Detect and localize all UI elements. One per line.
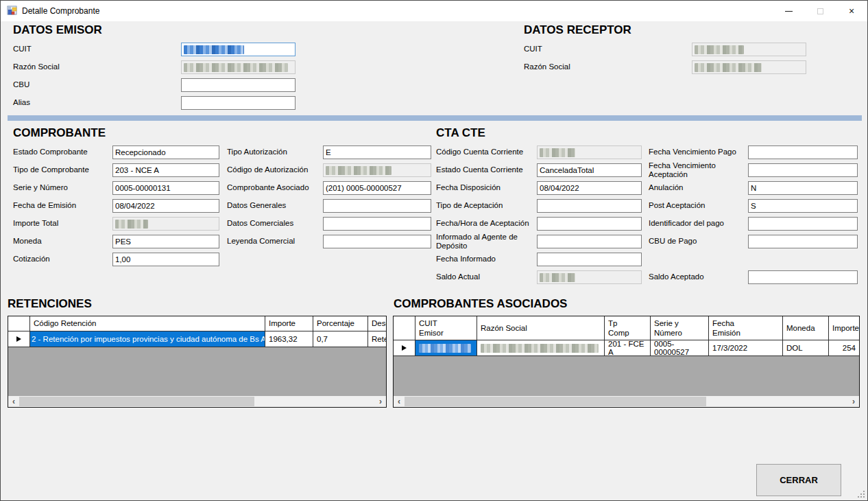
- tipo-de-comprobante-label: Tipo de Comprobante: [13, 165, 112, 174]
- tp-comp-column-header[interactable]: Tp Comp: [605, 316, 651, 340]
- estado-cuenta-corriente-field[interactable]: CanceladaTotal: [537, 163, 642, 177]
- row-selector-header[interactable]: [394, 316, 415, 340]
- porcentaje-column-header[interactable]: Porcentaje: [313, 316, 368, 331]
- comprobante-asociado-field[interactable]: (201) 0005-00000527: [323, 181, 431, 195]
- scrollbar-track[interactable]: [19, 396, 375, 407]
- field-row: Cotización 1,00: [13, 250, 222, 268]
- minimize-icon: [785, 11, 793, 12]
- comprobante-col1: Estado Comprobante Recepcionado Tipo de …: [13, 143, 222, 268]
- field-row: Anulación N: [649, 179, 860, 197]
- cta-cte-heading: CTA CTE: [436, 126, 485, 140]
- cbu-de-pago-field[interactable]: [748, 235, 858, 248]
- anulacion-label: Anulación: [649, 183, 748, 192]
- razon-social-emisor-field[interactable]: [181, 60, 296, 74]
- tipo-de-comprobante-field[interactable]: 203 - NCE A: [112, 163, 219, 177]
- scroll-left-icon[interactable]: ‹: [394, 396, 405, 407]
- codigo-cuenta-corriente-label: Código Cuenta Corriente: [436, 148, 537, 156]
- serie-y-numero-column-header[interactable]: Serie y Número: [651, 316, 709, 340]
- codigo-retencion-cell[interactable]: 2 - Retención por impuestos provincias y…: [30, 331, 265, 347]
- codigo-de-autorizacion-field[interactable]: [323, 163, 431, 177]
- informado-al-agente-field[interactable]: [537, 235, 642, 248]
- saldo-actual-field[interactable]: [537, 270, 642, 284]
- tipo-de-aceptacion-field[interactable]: [537, 199, 642, 213]
- cerrar-button[interactable]: CERRAR: [756, 464, 841, 496]
- asociados-hscrollbar[interactable]: ‹ ›: [394, 396, 859, 407]
- estado-comprobante-label: Estado Comprobante: [13, 148, 112, 156]
- cuit-emisor-cell[interactable]: [415, 340, 477, 356]
- fecha-emision-column-header[interactable]: Fecha Emisión: [709, 316, 783, 340]
- razon-social-receptor-field[interactable]: [692, 60, 806, 74]
- datos-emisor-heading: DATOS EMISOR: [13, 23, 102, 37]
- importe-column-header[interactable]: Importe: [829, 316, 859, 340]
- identificador-del-pago-field[interactable]: [748, 217, 858, 231]
- cotizacion-field[interactable]: 1,00: [112, 253, 219, 266]
- cuit-emisor-label: CUIT: [13, 45, 181, 54]
- importe-column-header[interactable]: Importe: [265, 316, 313, 331]
- field-row: Datos Comerciales: [227, 215, 433, 233]
- window-title: Detalle Comprobante: [22, 6, 99, 16]
- fecha-de-emision-field[interactable]: 08/04/2022: [112, 199, 219, 213]
- cuit-emisor-field[interactable]: [181, 43, 296, 56]
- serie-y-numero-field[interactable]: 0005-00000131: [112, 181, 219, 195]
- estado-comprobante-field[interactable]: Recepcionado: [112, 145, 219, 159]
- close-button[interactable]: ×: [836, 1, 867, 21]
- serie-y-numero-cell[interactable]: 0005-00000527: [651, 340, 709, 356]
- leyenda-comercial-field[interactable]: [323, 235, 431, 248]
- cuit-emisor-column-header[interactable]: CUIT Emisor: [415, 316, 477, 340]
- row-selector-header[interactable]: [8, 316, 30, 331]
- post-aceptacion-field[interactable]: S: [748, 199, 858, 213]
- importe-total-label: Importe Total: [13, 219, 112, 228]
- fecha-vencimiento-aceptacion-field[interactable]: [748, 163, 858, 177]
- alias-field[interactable]: [181, 96, 296, 110]
- row-selector-cell[interactable]: [394, 340, 415, 356]
- tipo-autorizacion-field[interactable]: E: [323, 145, 431, 159]
- retenciones-data-row[interactable]: 2 - Retención por impuestos provincias y…: [8, 331, 386, 347]
- datos-receptor-heading: DATOS RECEPTOR: [524, 23, 631, 37]
- importe-total-field[interactable]: [112, 217, 219, 231]
- scrollbar-thumb[interactable]: [19, 397, 254, 406]
- codigo-retencion-column-header[interactable]: Código Retención: [30, 316, 265, 331]
- cuit-receptor-label: CUIT: [524, 45, 692, 54]
- datos-comerciales-field[interactable]: [323, 217, 431, 231]
- cuit-receptor-field[interactable]: [692, 43, 806, 56]
- fecha-disposicion-label: Fecha Disposición: [436, 183, 537, 192]
- field-row: Post Aceptación S: [649, 197, 860, 215]
- fecha-vencimiento-pago-field[interactable]: [748, 145, 858, 159]
- maximize-button[interactable]: [804, 1, 836, 21]
- moneda-cell[interactable]: DOL: [783, 340, 829, 356]
- cbu-field[interactable]: [181, 78, 296, 92]
- scrollbar-thumb[interactable]: [405, 397, 706, 406]
- moneda-field[interactable]: PES: [112, 235, 219, 248]
- window-controls: ×: [773, 1, 867, 21]
- anulacion-field[interactable]: N: [748, 181, 858, 195]
- scroll-right-icon[interactable]: ›: [848, 396, 859, 407]
- fecha-informado-field[interactable]: [537, 253, 642, 266]
- retenciones-hscrollbar[interactable]: ‹ ›: [8, 396, 386, 407]
- importe-cell[interactable]: 1963,32: [265, 331, 313, 347]
- datos-generales-field[interactable]: [323, 199, 431, 213]
- fecha-emision-cell[interactable]: 17/3/2022: [709, 340, 783, 356]
- moneda-column-header[interactable]: Moneda: [783, 316, 829, 340]
- codigo-cuenta-corriente-field[interactable]: [537, 145, 642, 159]
- tp-comp-cell[interactable]: 201 - FCE A: [605, 340, 651, 356]
- minimize-button[interactable]: [773, 1, 804, 21]
- importe-cell[interactable]: 254: [829, 340, 859, 356]
- saldo-aceptado-field[interactable]: [748, 270, 858, 284]
- fecha-hora-de-aceptacion-field[interactable]: [537, 217, 642, 231]
- asociados-data-row[interactable]: 201 - FCE A 0005-00000527 17/3/2022 DOL …: [394, 340, 859, 356]
- descripcion-column-header[interactable]: Descripción: [368, 316, 386, 331]
- retenciones-header-row: Código Retención Importe Porcentaje Desc…: [8, 316, 386, 331]
- field-row: Fecha Vencimiento Pago: [649, 143, 860, 161]
- razon-social-cell[interactable]: [477, 340, 605, 356]
- row-selector-cell[interactable]: [8, 331, 30, 347]
- razon-social-column-header[interactable]: Razón Social: [477, 316, 605, 340]
- asociados-header-row: CUIT Emisor Razón Social Tp Comp Serie y…: [394, 316, 859, 340]
- scroll-right-icon[interactable]: ›: [375, 396, 386, 407]
- porcentaje-cell[interactable]: 0,7: [313, 331, 368, 347]
- cotizacion-label: Cotización: [13, 255, 112, 264]
- descripcion-cell[interactable]: Retención: [368, 331, 386, 347]
- fecha-disposicion-field[interactable]: 08/04/2022: [537, 181, 642, 195]
- resize-grip-icon[interactable]: [856, 489, 865, 498]
- scroll-left-icon[interactable]: ‹: [8, 396, 19, 407]
- scrollbar-track[interactable]: [405, 396, 848, 407]
